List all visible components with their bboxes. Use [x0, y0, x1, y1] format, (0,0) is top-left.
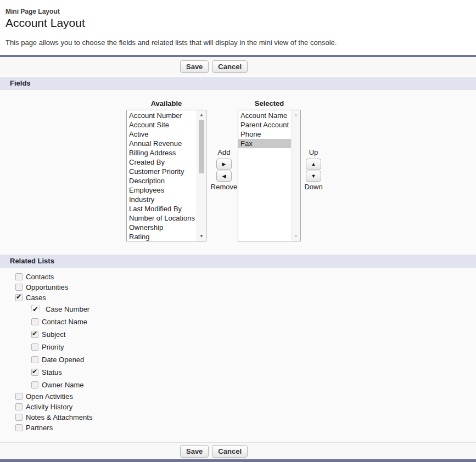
scrollbar-thumb[interactable]: [199, 120, 204, 173]
checkbox-label: Owner Name: [42, 381, 84, 389]
list-item[interactable]: Ownership: [127, 223, 197, 232]
checkbox-label: Status: [42, 368, 62, 376]
remove-button[interactable]: ◀: [216, 171, 232, 182]
list-item[interactable]: Description: [127, 176, 197, 185]
checkbox-subject[interactable]: [31, 331, 38, 338]
scroll-up-icon: ▲: [292, 111, 300, 119]
checkbox-label: Contacts: [26, 273, 54, 281]
left-triangle-icon: ◀: [222, 173, 226, 179]
list-item[interactable]: Employees: [127, 185, 197, 195]
checkbox-open-activities[interactable]: [15, 393, 23, 400]
checkbox-label: Contact Name: [42, 318, 87, 326]
checkbox-contacts[interactable]: [15, 273, 23, 280]
selected-listbox[interactable]: Account NameParent AccountPhoneFax ▲ ▼: [238, 110, 301, 241]
checkbox-notes-attachments[interactable]: [15, 414, 23, 421]
related-list-row: Owner Name: [31, 379, 476, 391]
related-list-row: Contact Name: [31, 315, 476, 328]
list-item[interactable]: Phone: [238, 129, 291, 139]
checkbox-cases[interactable]: [15, 294, 23, 301]
down-label: Down: [299, 183, 328, 192]
checkbox-partners[interactable]: [15, 424, 23, 431]
fields-section-header: Fields: [0, 77, 476, 90]
cancel-button[interactable]: Cancel: [212, 445, 248, 458]
related-list-row: Priority: [31, 341, 476, 353]
top-button-bar: Save Cancel: [0, 57, 476, 77]
scroll-down-icon[interactable]: ▼: [197, 232, 206, 240]
checkbox-status[interactable]: [31, 369, 38, 376]
related-lists-body: ContactsOpportunitiesCasesCase NumberCon…: [0, 268, 476, 442]
add-button[interactable]: ▶: [216, 159, 232, 170]
checkbox-label: Opportunities: [26, 283, 68, 291]
list-item[interactable]: Account Number: [127, 111, 197, 120]
list-item[interactable]: Industry: [127, 195, 197, 204]
checkbox-label: Priority: [42, 343, 64, 351]
list-item[interactable]: Created By: [127, 157, 197, 167]
checkbox-opportunities[interactable]: [15, 284, 23, 291]
list-item[interactable]: Fax: [238, 139, 291, 148]
up-label: Up: [299, 149, 328, 157]
add-label: Add: [210, 149, 238, 157]
down-triangle-icon: ▼: [311, 173, 316, 179]
checkbox-label: Partners: [26, 424, 53, 432]
checkbox-label: Cases: [26, 294, 46, 302]
selected-list-items: Account NameParent AccountPhoneFax: [238, 111, 291, 148]
fields-section-body: Available Selected Account NumberAccount…: [0, 90, 476, 255]
related-list-row: Status: [31, 366, 476, 379]
list-item[interactable]: Active: [127, 129, 197, 139]
right-triangle-icon: ▶: [222, 161, 226, 167]
checkbox-label: Activity History: [26, 403, 72, 411]
add-remove-controls: Add ▶ ◀ Remove: [210, 149, 238, 192]
static-checkmark-icon: [31, 305, 40, 313]
related-list-row: Opportunities: [15, 282, 476, 292]
page-type-label: Mini Page Layout: [5, 8, 476, 15]
related-list-row: Case Number: [31, 303, 476, 315]
checkbox-priority[interactable]: [31, 343, 38, 351]
up-triangle-icon: ▲: [311, 161, 316, 167]
checkbox-label: Subject: [42, 330, 65, 339]
save-button[interactable]: Save: [180, 445, 209, 458]
related-list-row: Open Activities: [15, 391, 476, 402]
related-list-row: Activity History: [15, 402, 476, 412]
list-item[interactable]: Number of Locations: [127, 213, 197, 223]
list-item[interactable]: Rating: [127, 232, 197, 241]
bottom-divider-bar: [0, 459, 476, 462]
down-button[interactable]: ▼: [306, 171, 321, 182]
reorder-controls: Up ▲ ▼ Down: [299, 149, 328, 192]
related-list-row: Partners: [15, 422, 476, 433]
related-list-row: Cases: [15, 292, 476, 303]
checkbox-owner-name[interactable]: [31, 381, 38, 388]
related-list-row: Date Opened: [31, 353, 476, 366]
checkbox-date-opened[interactable]: [31, 356, 38, 363]
available-scrollbar: ▲ ▼: [197, 110, 206, 241]
list-item[interactable]: Billing Address: [127, 148, 197, 157]
bottom-button-bar: Save Cancel: [0, 442, 476, 459]
list-item[interactable]: Customer Priority: [127, 167, 197, 176]
save-button[interactable]: Save: [180, 60, 209, 73]
list-item[interactable]: Account Name: [238, 111, 291, 120]
related-lists-section-header: Related Lists: [0, 255, 476, 268]
list-item[interactable]: Parent Account: [238, 120, 291, 129]
checkbox-label: Date Opened: [42, 356, 84, 364]
list-item[interactable]: Last Modified By: [127, 204, 197, 213]
selected-label: Selected: [238, 99, 301, 108]
page-title: Account Layout: [5, 16, 476, 30]
related-list-row: Contacts: [15, 272, 476, 282]
checkbox-contact-name[interactable]: [31, 318, 38, 325]
page-description: This page allows you to choose the field…: [5, 38, 476, 47]
scroll-up-icon[interactable]: ▲: [197, 111, 206, 119]
checkbox-activity-history[interactable]: [15, 403, 23, 410]
list-item[interactable]: Annual Revenue: [127, 139, 197, 148]
remove-label: Remove: [210, 183, 238, 192]
cancel-button[interactable]: Cancel: [212, 60, 248, 73]
available-label: Available: [126, 99, 206, 108]
up-button[interactable]: ▲: [306, 159, 321, 170]
checkbox-label: Notes & Attachments: [26, 413, 92, 421]
list-item[interactable]: Account Site: [127, 120, 197, 129]
available-list-items: Account NumberAccount SiteActiveAnnual R…: [127, 111, 197, 241]
scroll-down-icon: ▼: [292, 232, 300, 240]
checkbox-label: Case Number: [46, 305, 89, 313]
page-header: Mini Page Layout Account Layout This pag…: [0, 0, 476, 55]
checkbox-label: Open Activities: [26, 392, 73, 401]
related-list-row: Subject: [31, 328, 476, 341]
available-listbox[interactable]: Account NumberAccount SiteActiveAnnual R…: [126, 110, 206, 241]
